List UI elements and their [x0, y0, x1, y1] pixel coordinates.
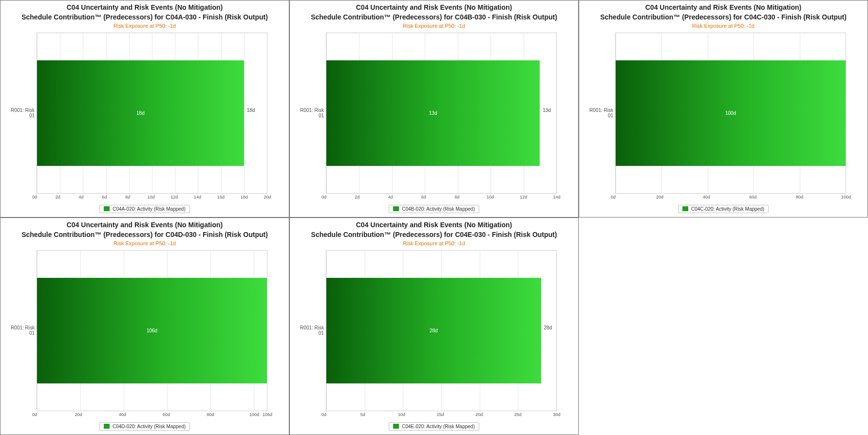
- bar-value-label: 13d: [429, 110, 437, 116]
- plot-area: 100d100d: [615, 33, 846, 194]
- legend-item: C04D-020: Activity (Risk Mapped): [99, 422, 190, 431]
- bar: 100d: [616, 60, 846, 166]
- plot-wrap: R001: Risk 01 18d18d: [5, 33, 284, 194]
- legend-row: C04C-020: Activity (Risk Mapped): [584, 204, 863, 213]
- x-tick-label: 8d: [125, 195, 130, 199]
- plot-wrap: R001: Risk 01 106d106d: [5, 250, 284, 411]
- x-tick-label: 80d: [207, 412, 214, 417]
- x-tick-label: 60d: [749, 195, 756, 199]
- x-tick-label: 10d: [487, 195, 494, 199]
- chart-panel-a: C04 Uncertainty and Risk Events (No Miti…: [0, 0, 289, 218]
- right-gutter: [267, 250, 284, 411]
- x-tick-label: 12d: [520, 195, 527, 199]
- plot-area: 13d13d: [326, 33, 557, 194]
- x-tick-label: 6d: [102, 195, 107, 199]
- plot-area: 28d28d: [326, 250, 557, 411]
- x-tick-label: 106d: [263, 412, 272, 417]
- risk-exposure-label: Risk Exposure at P50: -1d: [295, 240, 573, 247]
- x-tick-label: 0d: [611, 195, 616, 199]
- x-tick-label: 60d: [163, 412, 170, 417]
- chart-panel-b: C04 Uncertainty and Risk Events (No Miti…: [289, 0, 579, 218]
- right-gutter: [846, 33, 863, 194]
- x-tick-label: 20d: [75, 412, 82, 417]
- x-tick-label: 12d: [170, 195, 178, 199]
- chart-subtitle: Schedule Contribution™ (Predecessors) fo…: [295, 231, 573, 239]
- legend-item: C04E-020: Activity (Risk Mapped): [389, 422, 479, 431]
- chart-titles: C04 Uncertainty and Risk Events (No Miti…: [295, 221, 573, 247]
- legend-item: C04C-020: Activity (Risk Mapped): [678, 205, 769, 213]
- chart-panel-e: C04 Uncertainty and Risk Events (No Miti…: [289, 218, 579, 435]
- x-tick-label: 15d: [436, 412, 444, 417]
- chart-title: C04 Uncertainty and Risk Events (No Miti…: [5, 3, 284, 12]
- legend-label: C04B-020: Activity (Risk Mapped): [402, 206, 475, 212]
- bar: 13d: [326, 60, 540, 166]
- legend-label: C04D-020: Activity (Risk Mapped): [113, 424, 186, 429]
- grid-line: [846, 33, 846, 193]
- x-tick-label: 100d: [841, 195, 851, 199]
- x-tick-label: 80d: [796, 195, 803, 199]
- x-axis: 0d2d4d6d8d10d12d14d: [324, 194, 557, 201]
- legend-swatch-icon: [104, 424, 110, 429]
- x-tick-label: 20d: [656, 195, 663, 199]
- chart-subtitle: Schedule Contribution™ (Predecessors) fo…: [584, 13, 863, 22]
- x-tick-label: 2d: [56, 195, 60, 199]
- x-axis: 0d5d10d15d20d25d30d: [324, 411, 557, 419]
- x-tick-label: 0d: [321, 195, 326, 199]
- right-gutter: [557, 33, 573, 194]
- chart-panel-d: C04 Uncertainty and Risk Events (No Miti…: [0, 218, 289, 435]
- chart-grid: C04 Uncertainty and Risk Events (No Miti…: [0, 0, 868, 435]
- bar-end-label: 13d: [543, 107, 551, 112]
- bar: 28d: [326, 278, 541, 383]
- chart-titles: C04 Uncertainty and Risk Events (No Miti…: [5, 221, 284, 247]
- bar: 106d: [37, 278, 267, 383]
- legend-swatch-icon: [393, 206, 399, 211]
- plot-area: 18d18d: [37, 33, 267, 194]
- x-tick-label: 30d: [553, 412, 560, 417]
- chart-titles: C04 Uncertainty and Risk Events (No Miti…: [584, 3, 863, 30]
- bar-end-label: 18d: [247, 107, 255, 112]
- x-tick-label: 16d: [217, 195, 225, 199]
- legend-label: C04C-020: Activity (Risk Mapped): [691, 206, 764, 212]
- bar-value-label: 28d: [430, 328, 438, 333]
- x-tick-label: 6d: [421, 195, 426, 199]
- chart-titles: C04 Uncertainty and Risk Events (No Miti…: [295, 3, 573, 30]
- legend-swatch-icon: [393, 424, 399, 429]
- chart-titles: C04 Uncertainty and Risk Events (No Miti…: [5, 3, 284, 30]
- bar-value-label: 18d: [136, 110, 145, 116]
- chart-subtitle: Schedule Contribution™ (Predecessors) fo…: [5, 231, 284, 239]
- grid-line: [556, 251, 557, 411]
- y-axis-category: R001: Risk 01: [295, 33, 326, 194]
- legend-label: C04E-020: Activity (Risk Mapped): [402, 424, 475, 429]
- x-tick-label: 4d: [79, 195, 84, 199]
- x-tick-label: 8d: [454, 195, 459, 199]
- chart-title: C04 Uncertainty and Risk Events (No Miti…: [584, 3, 863, 12]
- risk-exposure-label: Risk Exposure at P50: -1d: [5, 240, 284, 247]
- x-tick-label: 20d: [264, 195, 271, 199]
- x-axis: 0d2d4d6d8d10d12d14d16d18d20d: [35, 194, 267, 201]
- y-axis-category: R001: Risk 01: [5, 33, 37, 194]
- x-tick-label: 100d: [249, 412, 259, 417]
- x-tick-label: 14d: [553, 195, 560, 199]
- legend-item: C04A-020: Activity (Risk Mapped): [99, 205, 190, 213]
- empty-panel: [579, 218, 868, 435]
- chart-subtitle: Schedule Contribution™ (Predecessors) fo…: [295, 13, 573, 22]
- risk-exposure-label: Risk Exposure at P50: -1d: [295, 23, 573, 30]
- legend-row: C04D-020: Activity (Risk Mapped): [5, 422, 284, 431]
- chart-title: C04 Uncertainty and Risk Events (No Miti…: [5, 221, 284, 230]
- chart-subtitle: Schedule Contribution™ (Predecessors) fo…: [5, 13, 284, 22]
- grid-line: [556, 33, 557, 193]
- chart-title: C04 Uncertainty and Risk Events (No Miti…: [295, 3, 573, 12]
- x-tick-label: 0d: [32, 195, 37, 199]
- legend-row: C04E-020: Activity (Risk Mapped): [295, 422, 573, 431]
- bar: 18d: [37, 60, 244, 166]
- plot-wrap: R001: Risk 01 13d13d: [295, 33, 573, 194]
- plot-wrap: R001: Risk 01 28d28d: [295, 250, 573, 411]
- x-tick-label: 40d: [119, 412, 126, 417]
- y-axis-category: R001: Risk 01: [295, 250, 326, 411]
- x-tick-label: 0d: [32, 412, 37, 417]
- x-axis: 0d20d40d60d80d100d: [613, 194, 846, 201]
- legend-swatch-icon: [104, 206, 110, 211]
- x-tick-label: 40d: [703, 195, 710, 199]
- x-tick-label: 10d: [147, 195, 154, 199]
- x-tick-label: 2d: [355, 195, 359, 199]
